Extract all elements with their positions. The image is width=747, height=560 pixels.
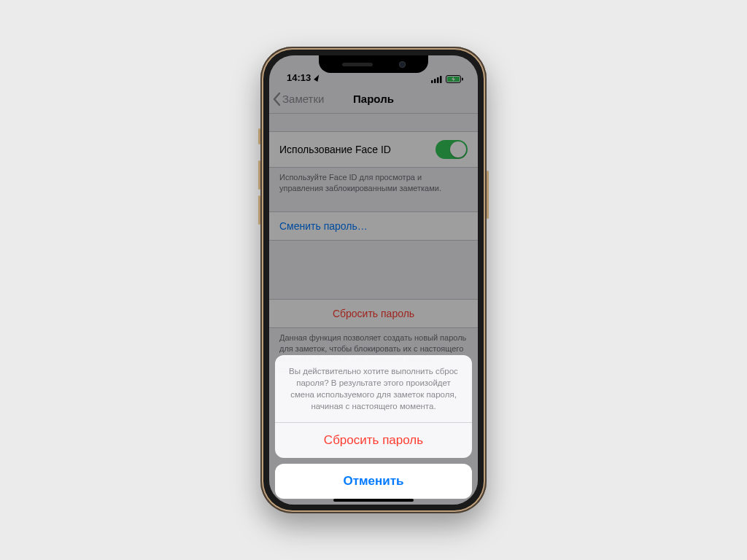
volume-down-button[interactable] xyxy=(258,195,260,225)
notch xyxy=(319,55,428,73)
home-indicator[interactable] xyxy=(333,499,414,502)
power-button[interactable] xyxy=(487,171,489,219)
action-sheet: Вы действительно хотите выполнить сброс … xyxy=(275,355,472,499)
mute-switch[interactable] xyxy=(258,128,260,144)
front-camera xyxy=(399,61,406,68)
phone-frame: 14:13 xyxy=(260,47,487,513)
screen: 14:13 xyxy=(269,55,478,505)
volume-up-button[interactable] xyxy=(258,160,260,190)
speaker-grille xyxy=(342,63,373,66)
action-sheet-reset-button[interactable]: Сбросить пароль xyxy=(275,422,472,458)
action-sheet-cancel-button[interactable]: Отменить xyxy=(275,464,472,499)
action-sheet-message: Вы действительно хотите выполнить сброс … xyxy=(275,355,472,422)
